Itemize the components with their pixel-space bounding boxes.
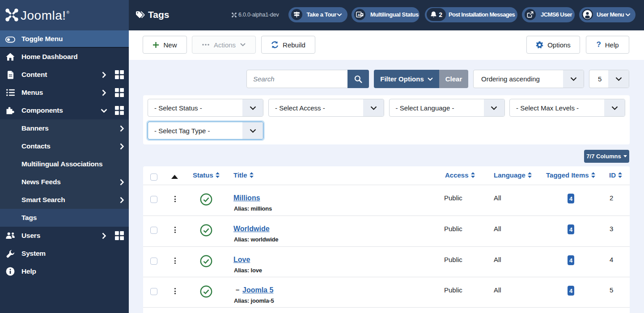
svg-text:A: A: [358, 13, 360, 17]
